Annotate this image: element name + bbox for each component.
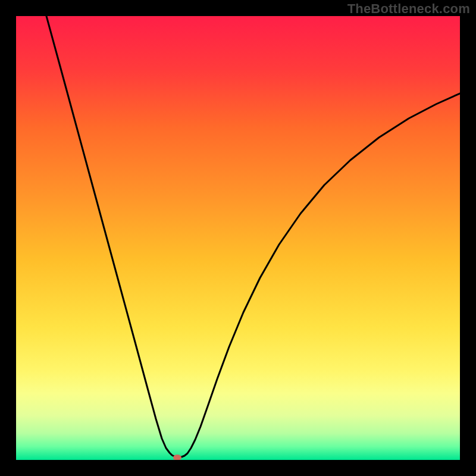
- watermark-label: TheBottleneck.com: [347, 1, 470, 17]
- chart-svg: [16, 16, 460, 460]
- gradient-background: [16, 16, 460, 460]
- plot-area: [16, 16, 460, 460]
- chart-stage: TheBottleneck.com: [0, 0, 476, 476]
